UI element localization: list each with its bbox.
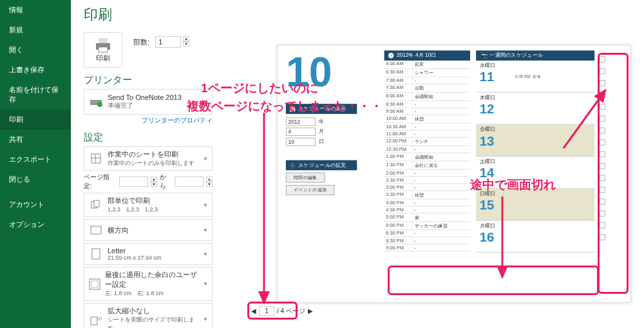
schedule-row: 11:00 AM-	[384, 131, 470, 138]
pager-prev-button[interactable]: ◀	[251, 307, 256, 314]
setting-collate[interactable]: 部単位で印刷1,2,3 1,2,3 1,2,3 ▼	[84, 193, 213, 217]
preview-pager: ◀ 1 / 4 ページ ▶	[251, 306, 313, 316]
preview-day-input: 10	[286, 138, 316, 146]
sidebar-item-share[interactable]: 共有	[0, 130, 71, 150]
svg-rect-5	[91, 154, 100, 163]
setting-orientation[interactable]: 横方向 ▼	[84, 219, 213, 241]
sidebar-item-account[interactable]: アカウント	[0, 195, 71, 215]
schedule-row: 12:30 PM-	[384, 146, 470, 153]
schedule-row: 8:30 PM-	[384, 237, 470, 244]
chevron-down-icon: ▼	[203, 202, 208, 208]
chevron-down-icon: ▼	[203, 281, 208, 287]
preview-week-schedule: 📷一週間のスケジュール 水曜日116:30 AM 朝食木曜日12金曜日13土曜日…	[476, 50, 594, 253]
week-day: 金曜日13	[476, 124, 594, 157]
preview-year-input: 2012	[286, 117, 316, 126]
camera-icon: 📷	[481, 53, 488, 59]
sidebar-item-info[interactable]: 情報	[0, 0, 71, 20]
preview-edit-time-button: 時間の編集	[286, 173, 325, 183]
plus-icon: ➕	[289, 162, 296, 168]
week-day: 土曜日14	[476, 157, 594, 189]
printer-name: Send To OneNote 2013	[108, 93, 182, 101]
preview-checkbox-column	[598, 50, 607, 246]
page-from-spin[interactable]: ▲▼	[151, 177, 157, 187]
schedule-row: 3:00 PM-	[384, 184, 470, 191]
week-day: 木曜日12	[476, 93, 594, 125]
schedule-row: 12:00 PMランチ	[384, 138, 470, 146]
svg-rect-2	[99, 47, 108, 52]
schedule-row: 1:00 PM会議開始	[384, 153, 470, 162]
copies-spinner[interactable]: ▲▼	[183, 36, 189, 46]
schedule-row: 9:00 PM-	[384, 244, 470, 251]
sidebar-item-new[interactable]: 新規	[0, 20, 71, 40]
schedule-row: 8:30 AM-	[384, 101, 470, 108]
printer-status: 準備完了	[108, 101, 182, 110]
printer-properties-link[interactable]: プリンターのプロパティ	[84, 116, 213, 125]
margins-icon	[88, 276, 101, 292]
schedule-row: 4:30 PM-	[384, 206, 470, 213]
schedule-row: 10:30 AM-	[384, 124, 470, 131]
svg-rect-1	[99, 38, 108, 43]
pager-total: / 4 ページ	[277, 307, 305, 316]
chevron-down-icon: ▼	[203, 156, 208, 162]
schedule-row: 2:30 PM-	[384, 177, 470, 184]
setting-margins[interactable]: 最後に適用した余白のユーザー設定左: 1.8 cm 右: 1.8 cm ▼	[84, 267, 213, 301]
schedule-row: 6:30 PM-	[384, 230, 470, 237]
preview-schedule-display-header: 📅スケジュールの表示	[286, 104, 357, 114]
page-to-input[interactable]	[175, 177, 204, 187]
preview-day-schedule: 🕒2012年 4月 10日 6:00 AM起床6:30 AMシャワー7:00 A…	[384, 50, 470, 251]
calendar-icon: 📅	[289, 106, 296, 111]
printer-icon	[93, 37, 113, 53]
week-day: 日曜日15	[476, 189, 594, 221]
schedule-row: 5:00 PM家	[384, 213, 470, 222]
page-to-spin[interactable]: ▲▼	[206, 177, 213, 187]
sidebar-item-save[interactable]: 上書き保存	[0, 60, 71, 80]
scaling-icon: 100	[88, 312, 104, 327]
setting-print-active-sheets[interactable]: 作業中のシートを印刷作業中のシートのみを印刷します ▼	[84, 146, 213, 171]
svg-text:100: 100	[97, 316, 102, 321]
schedule-row: 10:00 AM休憩	[384, 115, 470, 124]
schedule-row: 8:00 AM会議開始	[384, 93, 470, 101]
print-button-label: 印刷	[93, 53, 113, 63]
schedule-row: 7:30 AM出勤	[384, 84, 470, 93]
page-from-input[interactable]	[119, 177, 148, 187]
schedule-row: 1:30 PM会社に戻る	[384, 161, 470, 169]
chevron-down-icon: ▼	[203, 227, 208, 233]
pager-current-input[interactable]: 1	[259, 306, 274, 316]
svg-rect-11	[92, 249, 100, 259]
schedule-row: 2:00 PM-	[384, 169, 470, 177]
schedule-row: 9:00 AM-	[384, 108, 470, 115]
copies-label: 部数:	[133, 38, 149, 46]
page-title: 印刷	[84, 5, 631, 24]
chevron-down-icon: ▼	[203, 316, 208, 322]
week-day: 月曜日16	[476, 220, 594, 253]
svg-rect-9	[94, 200, 99, 207]
sidebar-item-print[interactable]: 印刷	[0, 110, 71, 130]
pager-next-button[interactable]: ▶	[308, 307, 313, 314]
print-button[interactable]: 印刷	[84, 32, 122, 68]
schedule-row: 6:00 PMサッカーの練習	[384, 222, 470, 230]
checkbox	[600, 57, 605, 63]
printer-status-icon	[88, 94, 104, 110]
sidebar-item-export[interactable]: エクスポート	[0, 150, 71, 169]
sidebar-item-close[interactable]: 閉じる	[0, 169, 71, 189]
printer-dropdown[interactable]: Send To OneNote 2013 準備完了 ▼	[84, 89, 213, 115]
week-day: 水曜日116:30 AM 朝食	[476, 61, 594, 93]
sidebar-item-options[interactable]: オプション	[0, 215, 71, 235]
schedule-row: 6:00 AM起床	[384, 61, 470, 69]
svg-rect-10	[91, 226, 101, 234]
schedule-row: 6:30 AMシャワー	[384, 69, 470, 77]
schedule-row: 3:30 PM休憩	[384, 191, 470, 199]
setting-scaling[interactable]: 100 拡大縮小なしシートを実際のサイズで印刷します ▼	[84, 303, 213, 328]
svg-point-4	[97, 102, 102, 107]
preview-add-event-button: イベントの追加	[286, 185, 334, 195]
preview-schedule-expand-header: ➕スケジュールの拡充	[286, 160, 357, 171]
clock-icon: 🕒	[388, 53, 394, 59]
svg-rect-13	[91, 281, 98, 287]
schedule-row: 4:00 PM-	[384, 199, 470, 206]
copies-input[interactable]: 1	[155, 36, 181, 48]
chevron-down-icon: ▼	[203, 251, 208, 257]
sidebar-item-open[interactable]: 開く	[0, 40, 71, 60]
sidebar-item-saveas[interactable]: 名前を付けて保存	[0, 80, 71, 110]
sheet-icon	[88, 151, 104, 166]
setting-paper-size[interactable]: Letter21.59 cm x 27.94 cm ▼	[84, 243, 213, 265]
